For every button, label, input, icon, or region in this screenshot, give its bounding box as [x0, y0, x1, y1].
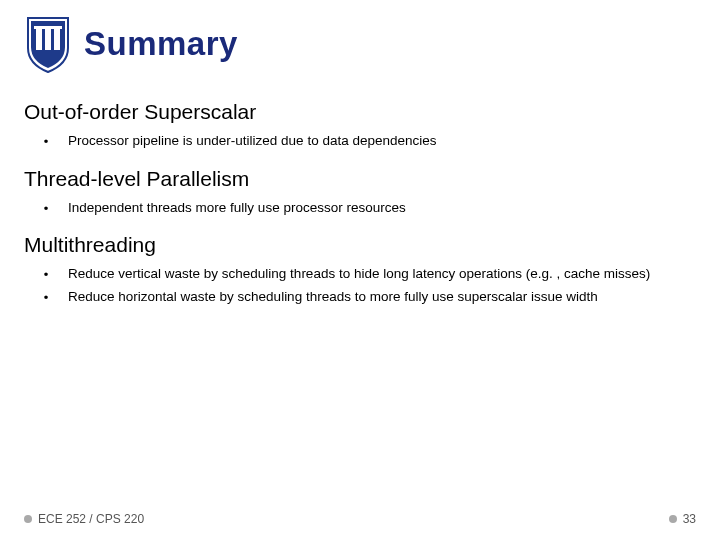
list-item: • Reduce vertical waste by scheduling th…: [24, 265, 696, 284]
list-item: • Processor pipeline is under-utilized d…: [24, 132, 696, 151]
title-row: Summary: [24, 14, 696, 74]
slide-title: Summary: [84, 25, 238, 63]
section-1: Thread-level Parallelism • Independent t…: [24, 167, 696, 218]
footer: ECE 252 / CPS 220 33: [0, 512, 720, 526]
svg-rect-1: [45, 28, 51, 50]
bullet-text: Processor pipeline is under-utilized due…: [68, 132, 696, 150]
page-number: 33: [683, 512, 696, 526]
bullet-text: Reduce vertical waste by scheduling thre…: [68, 265, 696, 283]
dot-icon: [24, 515, 32, 523]
section-heading: Multithreading: [24, 233, 696, 257]
list-item: • Reduce horizontal waste by scheduling …: [24, 288, 696, 307]
bullet-icon: •: [24, 288, 68, 307]
list-item: • Independent threads more fully use pro…: [24, 199, 696, 218]
footer-right: 33: [669, 512, 696, 526]
bullet-list: • Reduce vertical waste by scheduling th…: [24, 265, 696, 306]
bullet-text: Reduce horizontal waste by scheduling th…: [68, 288, 696, 306]
svg-rect-2: [54, 28, 60, 50]
section-heading: Out-of-order Superscalar: [24, 100, 696, 124]
shield-logo-icon: [24, 14, 72, 74]
footer-left: ECE 252 / CPS 220: [24, 512, 144, 526]
bullet-text: Independent threads more fully use proce…: [68, 199, 696, 217]
dot-icon: [669, 515, 677, 523]
section-heading: Thread-level Parallelism: [24, 167, 696, 191]
section-0: Out-of-order Superscalar • Processor pip…: [24, 100, 696, 151]
bullet-icon: •: [24, 132, 68, 151]
bullet-icon: •: [24, 199, 68, 218]
bullet-list: • Independent threads more fully use pro…: [24, 199, 696, 218]
slide: Summary Out-of-order Superscalar • Proce…: [0, 0, 720, 540]
bullet-icon: •: [24, 265, 68, 284]
course-label: ECE 252 / CPS 220: [38, 512, 144, 526]
section-2: Multithreading • Reduce vertical waste b…: [24, 233, 696, 306]
bullet-list: • Processor pipeline is under-utilized d…: [24, 132, 696, 151]
svg-rect-3: [34, 26, 62, 29]
svg-rect-0: [36, 28, 42, 50]
